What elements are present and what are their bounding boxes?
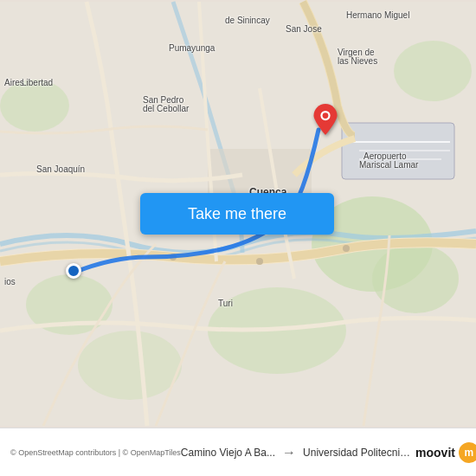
bottom-bar: © OpenStreetMap contributors | © OpenMap… [0,428,476,476]
svg-point-18 [323,113,329,119]
moovit-text: moovit [415,446,455,460]
map-attribution: © OpenStreetMap contributors | © OpenMap… [10,448,181,457]
route-info: Camino Viejo A Ba... → Universidad Polit… [181,445,415,460]
svg-point-5 [78,331,182,400]
moovit-icon: m [459,442,476,463]
origin-pin [66,263,81,279]
svg-point-6 [0,80,69,132]
svg-point-7 [394,41,472,101]
take-me-there-button[interactable]: Take me there [140,193,334,235]
app-container: de Sinincay San Jose Hermano Miguel Puma… [0,0,476,476]
destination-label: Universidad Politecnica Sales... [303,447,415,459]
moovit-logo: moovit m [415,442,476,463]
origin-label: Camino Viejo A Ba... [181,447,275,459]
arrow-icon: → [282,445,296,460]
svg-point-16 [343,245,350,252]
destination-pin [313,104,338,138]
svg-point-15 [256,258,263,265]
svg-point-14 [170,254,177,261]
map-area: de Sinincay San Jose Hermano Miguel Puma… [0,0,476,428]
